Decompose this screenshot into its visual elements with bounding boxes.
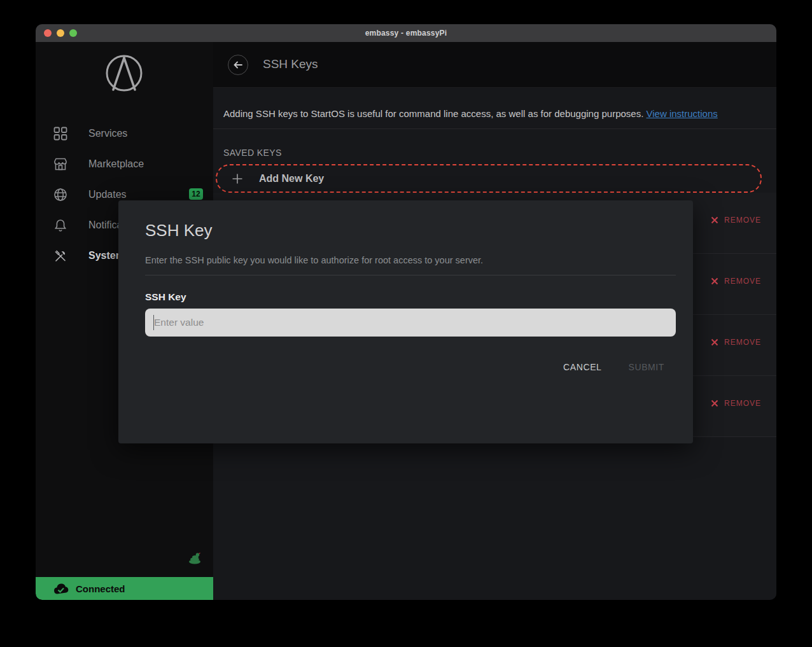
- remove-key-button[interactable]: REMOVE: [711, 338, 761, 347]
- zoom-window-button[interactable]: [69, 29, 77, 37]
- cancel-button[interactable]: CANCEL: [562, 358, 603, 376]
- x-icon: [711, 216, 718, 224]
- sidebar-item-label: Updates: [88, 189, 127, 200]
- intro-text: Adding SSH keys to StartOS is useful for…: [223, 107, 766, 120]
- x-icon: [711, 277, 718, 285]
- back-arrow-icon: [232, 59, 244, 71]
- text-caret: [153, 315, 154, 330]
- window-title: embassy - embassyPi: [365, 29, 447, 38]
- ssh-key-field-label: SSH Key: [145, 291, 186, 303]
- connection-status-label: Connected: [76, 583, 125, 594]
- submit-button[interactable]: SUBMIT: [627, 358, 666, 376]
- traffic-lights: [44, 29, 77, 37]
- grid-icon: [53, 126, 68, 141]
- remove-label: REMOVE: [724, 399, 761, 408]
- add-new-key-label: Add New Key: [259, 173, 324, 184]
- add-new-key-button[interactable]: Add New Key: [216, 164, 762, 193]
- connection-status-bar: Connected: [36, 577, 213, 600]
- ssh-key-input[interactable]: [145, 309, 676, 337]
- x-icon: [711, 338, 718, 346]
- intro-description: Adding SSH keys to StartOS is useful for…: [223, 108, 647, 119]
- view-instructions-link[interactable]: View instructions: [647, 108, 718, 119]
- sidebar-item-services[interactable]: Services: [36, 118, 213, 149]
- remove-key-button[interactable]: REMOVE: [711, 277, 761, 286]
- snake-icon: [188, 551, 203, 565]
- divider: [213, 129, 776, 129]
- remove-label: REMOVE: [724, 216, 761, 225]
- back-button[interactable]: [228, 55, 248, 75]
- start9-logo-icon: [103, 52, 145, 94]
- modal-description: Enter the SSH public key you would like …: [145, 255, 483, 265]
- sidebar-item-marketplace[interactable]: Marketplace: [36, 149, 213, 179]
- storefront-icon: [53, 157, 68, 172]
- divider: [145, 275, 676, 275]
- minimize-window-button[interactable]: [57, 29, 64, 37]
- close-window-button[interactable]: [44, 29, 52, 37]
- modal-actions: CANCEL SUBMIT: [562, 358, 666, 376]
- desktop-background: embassy - embassyPi: [0, 0, 812, 647]
- ssh-key-field-wrap: [145, 309, 676, 337]
- page-title: SSH Keys: [263, 57, 318, 71]
- ssh-key-modal: SSH Key Enter the SSH public key you wou…: [118, 200, 693, 443]
- page-header: SSH Keys: [213, 42, 776, 88]
- plus-icon: [231, 172, 244, 185]
- modal-title: SSH Key: [145, 221, 213, 240]
- remove-label: REMOVE: [724, 277, 761, 286]
- sidebar-item-label: Services: [88, 128, 127, 139]
- updates-count-badge: 12: [189, 188, 203, 200]
- remove-key-button[interactable]: REMOVE: [711, 399, 761, 408]
- cloud-check-icon: [53, 583, 70, 595]
- bell-icon: [53, 218, 68, 233]
- globe-icon: [53, 187, 68, 202]
- x-icon: [711, 400, 718, 407]
- window-titlebar: embassy - embassyPi: [36, 24, 776, 42]
- app-window: embassy - embassyPi: [36, 24, 776, 600]
- saved-keys-heading: SAVED KEYS: [223, 148, 282, 158]
- tools-icon: [53, 248, 68, 263]
- sidebar-item-label: Marketplace: [88, 158, 144, 170]
- remove-key-button[interactable]: REMOVE: [711, 216, 761, 225]
- remove-label: REMOVE: [724, 338, 761, 347]
